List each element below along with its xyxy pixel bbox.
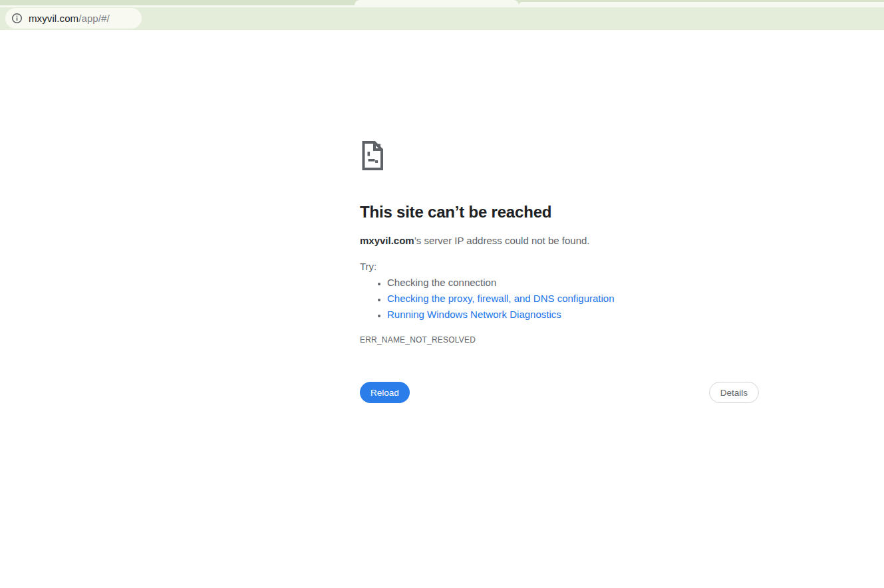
buttons-row: Reload Details xyxy=(360,382,759,403)
error-message-host: mxyvil.com xyxy=(360,235,414,246)
suggestion-link-proxy[interactable]: Checking the proxy, firewall, and DNS co… xyxy=(387,293,615,304)
sad-page-icon xyxy=(360,140,384,172)
tab-strip xyxy=(0,0,884,5)
details-button[interactable]: Details xyxy=(709,382,759,403)
error-page: This site can’t be reached mxyvil.com’s … xyxy=(360,140,759,403)
suggestion-item-diagnostics: Running Windows Network Diagnostics xyxy=(387,309,759,320)
try-label: Try: xyxy=(360,261,759,272)
error-message: mxyvil.com’s server IP address could not… xyxy=(360,235,759,246)
suggestion-link-diagnostics[interactable]: Running Windows Network Diagnostics xyxy=(387,309,561,320)
suggestion-item-connection: Checking the connection xyxy=(387,277,759,288)
url-host: mxyvil.com xyxy=(29,13,78,24)
suggestion-text-connection: Checking the connection xyxy=(387,277,496,288)
error-title: This site can’t be reached xyxy=(360,202,759,222)
url-path: /app/#/ xyxy=(78,13,110,24)
error-code: ERR_NAME_NOT_RESOLVED xyxy=(360,336,759,345)
suggestion-item-proxy: Checking the proxy, firewall, and DNS co… xyxy=(387,293,759,304)
url-text[interactable]: mxyvil.com/app/#/ xyxy=(29,13,110,24)
site-info-icon[interactable] xyxy=(11,13,23,24)
suggestions-list: Checking the connection Checking the pro… xyxy=(360,277,759,320)
address-bar[interactable]: mxyvil.com/app/#/ xyxy=(5,8,142,29)
active-tab[interactable] xyxy=(355,0,519,5)
error-message-rest: ’s server IP address could not be found. xyxy=(414,235,590,246)
reload-button[interactable]: Reload xyxy=(360,382,410,403)
